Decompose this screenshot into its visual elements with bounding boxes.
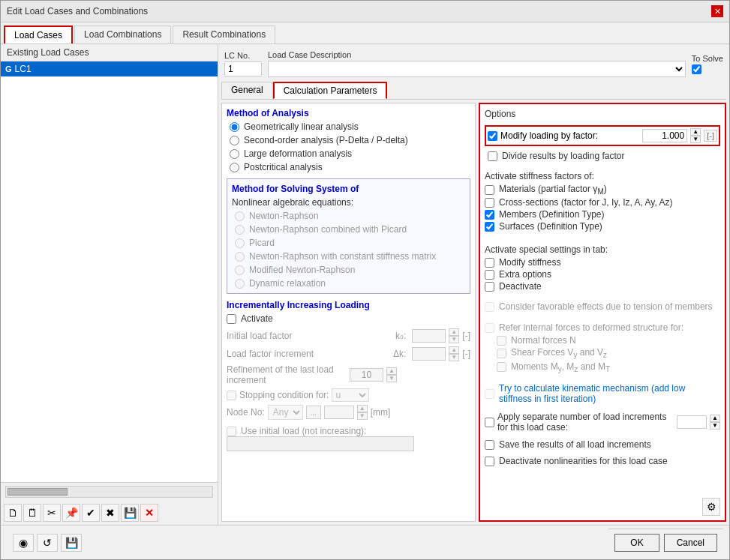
- radio-large-deform[interactable]: Large deformation analysis: [230, 148, 470, 159]
- footer-info-button[interactable]: ◉: [13, 534, 34, 552]
- load-factor-spinner: ▲ ▼: [412, 346, 459, 361]
- options-bottom: ⚙: [485, 495, 720, 516]
- existing-load-cases-list: G LC1: [1, 61, 218, 482]
- divide-results-checkbox[interactable]: [488, 151, 497, 161]
- apply-separate-checkbox[interactable]: [485, 418, 494, 427]
- pin-button[interactable]: 📌: [62, 504, 80, 522]
- check-button[interactable]: ✔: [82, 504, 100, 522]
- right-calc-panel: Options Modify loading by factor: ▲ ▼ [-…: [479, 103, 726, 522]
- modify-loading-input[interactable]: [642, 129, 687, 142]
- stiffness-members-checkbox[interactable]: [485, 210, 494, 220]
- refer-row: Refer internal forces to deformed struct…: [485, 322, 720, 333]
- apply-separate-input[interactable]: [677, 415, 707, 429]
- to-solve-checkbox[interactable]: [692, 64, 701, 74]
- lc-no-input[interactable]: [224, 61, 262, 76]
- tab-general[interactable]: General: [221, 82, 273, 99]
- refer-shear: Shear Forces Vy and Vz: [497, 347, 720, 359]
- special-group: Activate special settings in tab: Modify…: [485, 242, 720, 293]
- initial-load-spinner: ▲ ▼: [412, 328, 459, 343]
- footer-right-buttons: OK Cancel: [608, 529, 723, 556]
- list-item-g-label: G: [5, 64, 12, 73]
- panels-row: Method of Analysis Geometrically linear …: [221, 103, 726, 522]
- right-panel: LC No. Load Case Description To Solve: [218, 44, 729, 525]
- extra-options-row[interactable]: Extra options: [485, 269, 720, 280]
- radio-second-order[interactable]: Second-order analysis (P-Delta / P-delta…: [230, 135, 470, 145]
- radio-picard: Picard: [235, 238, 465, 248]
- uncheck-button[interactable]: ✖: [101, 504, 119, 522]
- ok-button[interactable]: OK: [614, 534, 659, 552]
- save-results-row[interactable]: Save the results of all load increments: [485, 439, 720, 450]
- scroll-thumb[interactable]: [8, 488, 68, 496]
- horizontal-scrollbar[interactable]: [5, 486, 213, 498]
- save-results-checkbox[interactable]: [485, 440, 494, 450]
- divide-results-row[interactable]: Divide results by loading factor: [488, 151, 720, 161]
- tab-load-combinations[interactable]: Load Combinations: [74, 25, 171, 43]
- apply-separate-spinner: ▲ ▼: [677, 415, 720, 430]
- close-button[interactable]: ✕: [711, 5, 723, 17]
- node-no-row: Node No: Any ... ▲ ▼: [227, 405, 470, 420]
- lc-desc-label: Load Case Description: [268, 50, 686, 59]
- delete-button[interactable]: ✕: [140, 504, 158, 522]
- load-factor-up: ▲: [449, 346, 459, 354]
- node-input: [324, 406, 354, 419]
- refer-moments: Moments My, Mz and MT: [497, 361, 720, 373]
- tab-calculation-parameters[interactable]: Calculation Parameters: [273, 82, 388, 99]
- modify-loading-row: Modify loading by factor: ▲ ▼ [-]: [485, 125, 720, 146]
- extra-options-checkbox[interactable]: [485, 270, 494, 280]
- try-kinematic-checkbox: [485, 389, 494, 399]
- method-solving-radios: Newton-Raphson Newton-Raphson combined w…: [232, 211, 465, 289]
- apply-separate-row: Apply separate number of load increments…: [485, 412, 720, 433]
- copy-button[interactable]: 🗒: [23, 504, 41, 522]
- deactivate-nonlinear-row[interactable]: Deactivate nonlinearities for this load …: [485, 456, 720, 466]
- lc-desc-input[interactable]: [268, 61, 686, 77]
- tab-load-cases[interactable]: Load Cases: [4, 25, 73, 43]
- stiffness-cross-checkbox[interactable]: [485, 198, 494, 208]
- radio-postcritical[interactable]: Postcritical analysis: [230, 162, 470, 172]
- apply-separate-up[interactable]: ▲: [710, 415, 720, 422]
- inc-loading-fields: Initial load factor k₀: ▲ ▼ [-]: [227, 328, 470, 451]
- deactivate-checkbox[interactable]: [485, 282, 494, 292]
- modify-loading-checkbox[interactable]: [488, 131, 497, 141]
- top-form: LC No. Load Case Description To Solve: [221, 47, 726, 82]
- stiffness-group: Activate stiffness factors of: Materials…: [485, 169, 720, 233]
- stiffness-cross-sections[interactable]: Cross-sections (factor for J, Iy, Iz, A,…: [485, 197, 720, 208]
- activate-checkbox[interactable]: Activate: [227, 313, 470, 324]
- stiffness-members[interactable]: Members (Definition Type): [485, 209, 720, 220]
- modify-down[interactable]: ▼: [690, 136, 701, 143]
- stiffness-surfaces[interactable]: Surfaces (Definition Type): [485, 221, 720, 232]
- stopping-select: u: [332, 388, 369, 402]
- list-item[interactable]: G LC1: [1, 61, 218, 76]
- consider-checkbox: [485, 302, 494, 312]
- initial-load-input: [412, 329, 446, 343]
- options-settings-button[interactable]: ⚙: [702, 498, 720, 516]
- initial-load-down: ▼: [449, 336, 459, 343]
- left-panel: Existing Load Cases G LC1 🗋 🗒 ✂ 📌: [1, 44, 218, 525]
- stopping-checkbox: [227, 391, 236, 400]
- cut-button[interactable]: ✂: [43, 504, 61, 522]
- footer-refresh-button[interactable]: ↺: [37, 534, 58, 552]
- refer-shear-checkbox: [497, 349, 506, 358]
- modify-stiffness-checkbox[interactable]: [485, 258, 494, 268]
- save-button[interactable]: 💾: [121, 504, 139, 522]
- refinement-row: Refinement of the last load increment ▲ …: [227, 364, 470, 385]
- method-solving-section: Method for Solving System of Nonlinear a…: [227, 178, 470, 294]
- cancel-button[interactable]: Cancel: [664, 534, 717, 552]
- new-load-case-button[interactable]: 🗋: [4, 504, 22, 522]
- radio-dynamic-relaxation: Dynamic relaxation: [235, 278, 465, 289]
- content-tabs: General Calculation Parameters: [221, 82, 726, 100]
- stiffness-materials-checkbox[interactable]: [485, 185, 494, 195]
- deactivate-row[interactable]: Deactivate: [485, 281, 720, 292]
- deactivate-nonlinear-checkbox[interactable]: [485, 457, 494, 466]
- stiffness-surfaces-checkbox[interactable]: [485, 222, 494, 232]
- use-initial-label: Use initial load (not increasing):: [227, 426, 470, 436]
- modify-stiffness-row[interactable]: Modify stiffness: [485, 257, 720, 268]
- stiffness-materials[interactable]: Materials (partial factor γM): [485, 184, 720, 196]
- tab-result-combinations[interactable]: Result Combinations: [173, 25, 275, 43]
- apply-separate-down[interactable]: ▼: [710, 422, 720, 430]
- node-browse-button: ...: [306, 406, 321, 419]
- load-factor-input: [412, 347, 446, 361]
- footer-save-button[interactable]: 💾: [61, 534, 82, 552]
- inc-loading-title: Incrementally Increasing Loading: [227, 300, 470, 310]
- modify-up[interactable]: ▲: [690, 128, 701, 136]
- radio-geo-linear[interactable]: Geometrically linear analysis: [230, 121, 470, 132]
